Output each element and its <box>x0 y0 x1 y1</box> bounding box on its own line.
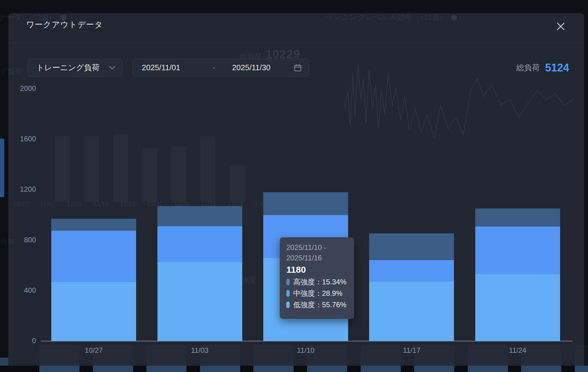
tooltip-value: 1180 <box>286 263 354 276</box>
tooltip-date-line1: 2025/11/10 - <box>286 242 354 253</box>
tooltip-series-marker <box>286 279 290 285</box>
y-axis-tick: 800 <box>12 236 36 244</box>
chart-tooltip: 2025/11/10 - 2025/11/16 1180 高強度：15.34%中… <box>280 237 354 319</box>
tooltip-date-line2: 2025/11/16 <box>286 253 354 263</box>
bar-segment-高強度[interactable] <box>475 208 560 226</box>
metric-select[interactable]: トレーニング負荷 <box>28 59 122 76</box>
bar-segment-高強度[interactable] <box>51 219 136 231</box>
bar-segment-高強度[interactable] <box>263 192 348 215</box>
total-load-label: 総負荷 <box>516 62 540 73</box>
date-separator: - <box>213 63 215 72</box>
bar-segment-中強度[interactable] <box>369 260 454 282</box>
bar-segment-低強度[interactable] <box>369 282 454 341</box>
y-axis-tick: 2000 <box>12 84 36 93</box>
workout-data-page: データ（12週） ランニングレベル＆効率（12週） グ負荷⌄ 総負荷 10229… <box>0 0 588 372</box>
tooltip-row: 低強度：55.76% <box>286 299 354 310</box>
tooltip-row-label: 低強度：55.76% <box>293 300 346 310</box>
bar-segment-低強度[interactable] <box>475 274 560 341</box>
x-axis-tick: 10/27 <box>76 346 112 355</box>
tooltip-row: 中強度：28.9% <box>286 288 354 299</box>
x-axis-tick: 11/17 <box>394 346 430 355</box>
date-end[interactable]: 2025/11/30 <box>232 63 270 72</box>
bar-segment-高強度[interactable] <box>369 233 454 260</box>
tooltip-row-label: 高強度：15.34% <box>293 277 346 287</box>
close-icon <box>556 22 565 31</box>
workout-modal: ワークアウトデータ トレーニング負荷 2025/11/01 - 2025/11/… <box>8 13 584 366</box>
tooltip-row: 高強度：15.34% <box>286 276 354 288</box>
y-axis-tick: 0 <box>12 337 36 345</box>
bar-segment-中強度[interactable] <box>157 226 242 262</box>
bar-segment-低強度[interactable] <box>157 262 242 341</box>
y-axis-tick: 1200 <box>12 185 36 194</box>
y-axis-tick: 1600 <box>12 135 36 143</box>
date-start[interactable]: 2025/11/01 <box>142 63 180 72</box>
chevron-down-icon <box>109 66 115 70</box>
x-axis-tick: 11/03 <box>182 346 218 355</box>
x-axis-tick: 11/24 <box>500 346 536 355</box>
tooltip-series-marker <box>286 302 290 308</box>
close-button[interactable] <box>555 20 567 32</box>
x-axis-tick: 11/10 <box>288 346 324 355</box>
bar-segment-低強度[interactable] <box>51 282 136 341</box>
tooltip-row-label: 中強度：28.9% <box>293 289 342 298</box>
header-divider <box>8 43 584 43</box>
tooltip-series-marker <box>286 290 290 297</box>
modal-title: ワークアウトデータ <box>26 19 103 30</box>
date-range-picker[interactable]: 2025/11/01 - 2025/11/30 <box>133 59 309 76</box>
calendar-icon[interactable] <box>294 64 302 72</box>
total-load-value: 5124 <box>545 62 569 74</box>
bar-segment-高強度[interactable] <box>157 206 242 226</box>
bar-segment-中強度[interactable] <box>51 231 136 282</box>
metric-select-value: トレーニング負荷 <box>36 62 100 73</box>
total-load: 総負荷 5124 <box>488 59 569 76</box>
bar-segment-中強度[interactable] <box>475 226 560 274</box>
y-axis-tick: 400 <box>12 286 36 295</box>
